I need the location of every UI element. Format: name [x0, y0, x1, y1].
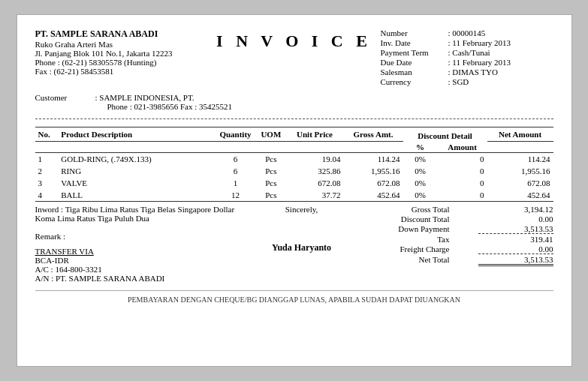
company-phone: Phone : (62-21) 58305578 (Hunting)	[35, 58, 208, 67]
cell-qty: 12	[215, 189, 256, 202]
cell-uom: Pcs	[256, 177, 286, 189]
discount-total-value: 0.00	[478, 214, 553, 224]
cell-unit-price: 37.72	[286, 189, 344, 202]
company-name: PT. SAMPLE SARANA ABADI	[35, 28, 208, 40]
meta-currency: Currency : SGD	[381, 77, 553, 86]
cell-uom: Pcs	[256, 189, 286, 202]
meta-number-value: : 00000145	[448, 28, 486, 38]
invoice-meta: Number : 00000145 Inv. Date : 11 Februar…	[381, 28, 553, 87]
meta-inv-date: Inv. Date : 11 February 2013	[381, 38, 553, 47]
cell-disc-amt: 0	[438, 165, 487, 177]
sincerely-col: Sincerely, Yuda Haryanto	[253, 205, 351, 283]
cell-disc-pct: 0%	[403, 189, 438, 202]
signatory: Yuda Haryanto	[253, 242, 351, 254]
meta-payment-term-label: Payment Term	[381, 48, 448, 57]
cell-qty: 6	[215, 165, 256, 177]
customer-label: Customer	[35, 93, 88, 111]
cell-disc-pct: 0%	[403, 177, 438, 189]
remark-label: Remark :	[35, 232, 66, 241]
customer-contact: Phone : 021-3985656 Fax : 35425521	[107, 102, 233, 111]
net-total-row: Net Total 3,513.53	[351, 255, 553, 266]
divider-top	[35, 118, 553, 119]
table-header-row: No. Product Description Quantity UOM Uni…	[35, 128, 553, 142]
freight-label: Freight Charge	[351, 244, 456, 254]
th-no: No.	[35, 128, 59, 142]
inword-text: Tiga Ribu Lima Ratus Tiga Belas Singapor…	[35, 205, 235, 223]
tax-value: 319.41	[478, 235, 553, 244]
th-desc: Product Description	[58, 128, 215, 142]
cell-no: 3	[35, 177, 59, 189]
customer-value: : SAMPLE INDONESIA, PT. Phone : 021-3985…	[95, 93, 553, 111]
cell-gross-amt: 1,955.16	[343, 165, 403, 177]
invoice-title: I N V O I C E	[208, 28, 381, 87]
th-unit-price: Unit Price	[286, 128, 344, 142]
right-totals: Gross Total 3,194.12 Discount Total 0.00…	[351, 205, 553, 283]
inword-label: Inword :	[35, 205, 64, 214]
cell-disc-amt: 0	[438, 152, 487, 165]
meta-currency-label: Currency	[381, 77, 448, 86]
customer-section: Customer : SAMPLE INDONESIA, PT. Phone :…	[35, 93, 553, 111]
tax-label: Tax	[351, 235, 456, 244]
header-section: PT. SAMPLE SARANA ABADI Ruko Graha Arter…	[35, 28, 553, 87]
cell-qty: 6	[215, 152, 256, 165]
footer-note: PEMBAYARAN DENGAN CHEQUE/BG DIANGGAP LUN…	[35, 290, 553, 304]
meta-due-date-label: Due Date	[381, 58, 448, 67]
down-payment-row: Down Payment 3,513.53	[351, 224, 553, 234]
th-disc-pct: %	[403, 142, 438, 153]
meta-due-date-value: : 11 February 2013	[448, 58, 511, 67]
cell-no: 2	[35, 165, 59, 177]
cell-desc: RING	[58, 165, 215, 177]
table-row: 3 VALVE 1 Pcs 672.08 672.08 0% 0 672.08	[35, 177, 553, 189]
cell-disc-pct: 0%	[403, 152, 438, 165]
cell-net-amount: 672.08	[487, 177, 553, 189]
left-footer: Inword : Tiga Ribu Lima Ratus Tiga Belas…	[35, 205, 253, 283]
cell-disc-amt: 0	[438, 189, 487, 202]
cell-disc-amt: 0	[438, 177, 487, 189]
cell-gross-amt: 672.08	[343, 177, 403, 189]
customer-name: : SAMPLE INDONESIA, PT.	[95, 93, 194, 102]
invoice-table: No. Product Description Quantity UOM Uni…	[35, 127, 553, 202]
table-row: 1 GOLD-RING, (.749X.133) 6 Pcs 19.04 114…	[35, 152, 553, 165]
th-gross-amt: Gross Amt.	[343, 128, 403, 142]
meta-inv-date-value: : 11 February 2013	[448, 38, 511, 47]
cell-qty: 1	[215, 177, 256, 189]
cell-gross-amt: 114.24	[343, 152, 403, 165]
cell-net-amount: 1,955.16	[487, 165, 553, 177]
gross-total-row: Gross Total 3,194.12	[351, 205, 553, 214]
gross-total-label: Gross Total	[351, 205, 456, 214]
meta-salesman-label: Salesman	[381, 68, 448, 76]
cell-unit-price: 325.86	[286, 165, 344, 177]
cell-uom: Pcs	[256, 165, 286, 177]
freight-value: 0.00	[478, 244, 553, 254]
company-fax: Fax : (62-21) 58453581	[35, 67, 208, 76]
cell-disc-pct: 0%	[403, 165, 438, 177]
transfer-bank: BCA-IDR	[35, 256, 253, 265]
tax-row: Tax 319.41	[351, 235, 553, 244]
cell-gross-amt: 452.64	[343, 189, 403, 202]
inword-section: Inword : Tiga Ribu Lima Ratus Tiga Belas…	[35, 205, 253, 223]
th-discount-detail: Discount Detail	[403, 128, 487, 142]
th-net-amount: Net Amount	[487, 128, 553, 142]
meta-number-label: Number	[381, 28, 448, 38]
table-row: 2 RING 6 Pcs 325.86 1,955.16 0% 0 1,955.…	[35, 165, 553, 177]
transfer-an: A/N : PT. SAMPLE SARANA ABADI	[35, 274, 253, 283]
meta-due-date: Due Date : 11 February 2013	[381, 58, 553, 67]
invoice-container: PT. SAMPLE SARANA ABADI Ruko Graha Arter…	[17, 14, 572, 367]
net-total-label: Net Total	[351, 255, 456, 266]
down-payment-label: Down Payment	[351, 224, 456, 234]
table-discount-sub-row: % Amount	[35, 142, 553, 153]
discount-total-row: Discount Total 0.00	[351, 214, 553, 224]
th-uom: UOM	[256, 128, 286, 142]
net-total-value: 3,513.53	[478, 255, 553, 266]
transfer-account: A/C : 164-800-3321	[35, 265, 253, 274]
cell-desc: BALL	[58, 189, 215, 202]
cell-net-amount: 452.64	[487, 189, 553, 202]
cell-desc: VALVE	[58, 177, 215, 189]
meta-payment-term: Payment Term : Cash/Tunai	[381, 48, 553, 57]
cell-desc: GOLD-RING, (.749X.133)	[58, 152, 215, 165]
th-disc-amt: Amount	[438, 142, 487, 153]
meta-salesman-value: : DIMAS TYO	[448, 68, 498, 76]
company-address1: Ruko Graha Arteri Mas	[35, 40, 208, 49]
gross-total-value: 3,194.12	[478, 205, 553, 214]
table-row: 4 BALL 12 Pcs 37.72 452.64 0% 0 452.64	[35, 189, 553, 202]
